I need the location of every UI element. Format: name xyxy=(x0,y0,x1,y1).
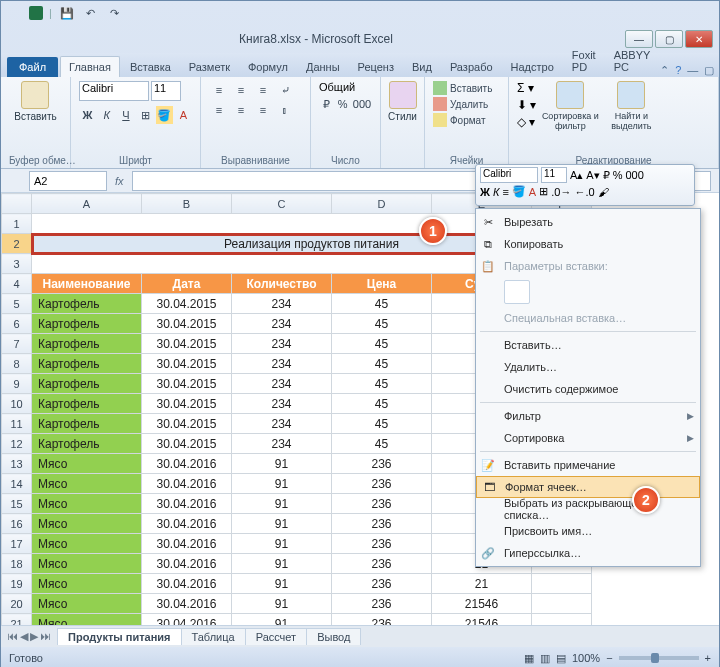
cell-qty[interactable]: 91 xyxy=(232,514,332,534)
ctx-pick-from-list[interactable]: Выбрать из раскрывающегося списка… xyxy=(476,498,700,520)
cell-price[interactable]: 236 xyxy=(332,594,432,614)
ribbon-minimize-icon[interactable]: ⌃ xyxy=(660,64,669,77)
cell-date[interactable]: 30.04.2015 xyxy=(142,394,232,414)
cell-qty[interactable]: 234 xyxy=(232,414,332,434)
cell-product[interactable]: Картофель xyxy=(32,374,142,394)
tab-abbyy[interactable]: ABBYY PC xyxy=(606,45,659,77)
cell-qty[interactable]: 91 xyxy=(232,454,332,474)
align-left-icon[interactable]: ≡ xyxy=(209,101,229,119)
cell-price[interactable]: 45 xyxy=(332,354,432,374)
styles-button[interactable]: Стили xyxy=(389,81,416,122)
cell-qty[interactable]: 234 xyxy=(232,374,332,394)
row-header[interactable]: 15 xyxy=(2,494,32,514)
tab-review[interactable]: Реценз xyxy=(350,57,402,77)
sheet-nav-next-icon[interactable]: ▶ xyxy=(30,630,38,643)
table-header-cell[interactable]: Количество xyxy=(232,274,332,294)
align-top-icon[interactable]: ≡ xyxy=(209,81,229,99)
font-size-combo[interactable]: 11 xyxy=(151,81,181,101)
mini-shrink-font-icon[interactable]: A▾ xyxy=(586,169,599,182)
align-center-icon[interactable]: ≡ xyxy=(231,101,251,119)
tab-insert[interactable]: Вставка xyxy=(122,57,179,77)
row-header[interactable]: 14 xyxy=(2,474,32,494)
cell-qty[interactable]: 234 xyxy=(232,334,332,354)
view-normal-icon[interactable]: ▦ xyxy=(524,652,534,665)
cell-qty[interactable]: 91 xyxy=(232,534,332,554)
mini-border-icon[interactable]: ⊞ xyxy=(539,185,548,198)
ctx-define-name[interactable]: Присвоить имя… xyxy=(476,520,700,542)
name-box[interactable]: A2 xyxy=(29,171,107,191)
align-bot-icon[interactable]: ≡ xyxy=(253,81,273,99)
cell-date[interactable]: 30.04.2015 xyxy=(142,354,232,374)
mini-align-icon[interactable]: ≡ xyxy=(502,186,508,198)
row-header[interactable]: 8 xyxy=(2,354,32,374)
find-select-button[interactable]: Найти и выделить xyxy=(604,81,658,131)
font-name-combo[interactable]: Calibri xyxy=(79,81,149,101)
doc-minimize-icon[interactable]: — xyxy=(687,64,698,77)
select-all-corner[interactable] xyxy=(2,194,32,214)
cell-qty[interactable]: 91 xyxy=(232,574,332,594)
cell-product[interactable]: Картофель xyxy=(32,314,142,334)
table-row[interactable]: 19Мясо30.04.20169123621 xyxy=(2,574,592,594)
autosum-icon[interactable]: Σ ▾ xyxy=(517,81,536,95)
cell-qty[interactable]: 91 xyxy=(232,554,332,574)
cell-qty[interactable]: 234 xyxy=(232,394,332,414)
cell-qty[interactable]: 234 xyxy=(232,434,332,454)
merge-button[interactable]: ⫾ xyxy=(275,101,295,119)
row-header[interactable]: 10 xyxy=(2,394,32,414)
cells-insert-button[interactable]: Вставить xyxy=(433,81,500,95)
cell-date[interactable]: 30.04.2015 xyxy=(142,294,232,314)
cell-product[interactable]: Картофель xyxy=(32,394,142,414)
cell-date[interactable]: 30.04.2015 xyxy=(142,374,232,394)
mini-bold-button[interactable]: Ж xyxy=(480,186,490,198)
sheet-tab[interactable]: Рассчет xyxy=(245,628,308,645)
cell-price[interactable]: 45 xyxy=(332,394,432,414)
sheet-nav-first-icon[interactable]: ⏮ xyxy=(7,630,18,643)
zoom-out-button[interactable]: − xyxy=(606,652,612,664)
cell-price[interactable]: 45 xyxy=(332,334,432,354)
font-color-button[interactable]: A xyxy=(175,106,192,124)
cell-qty[interactable]: 91 xyxy=(232,614,332,626)
fill-icon[interactable]: ⬇ ▾ xyxy=(517,98,536,112)
number-format-combo[interactable]: Общий xyxy=(319,81,379,93)
ctx-hyperlink[interactable]: 🔗Гиперссылка… xyxy=(476,542,700,564)
row-header[interactable]: 21 xyxy=(2,614,32,626)
row-header[interactable]: 5 xyxy=(2,294,32,314)
cell-product[interactable]: Мясо xyxy=(32,574,142,594)
cell-date[interactable]: 30.04.2016 xyxy=(142,514,232,534)
cell-sum[interactable]: 21546 xyxy=(432,594,532,614)
row-header[interactable]: 13 xyxy=(2,454,32,474)
row-header[interactable]: 4 xyxy=(2,274,32,294)
close-button[interactable]: ✕ xyxy=(685,30,713,48)
tab-home[interactable]: Главная xyxy=(60,56,120,77)
underline-button[interactable]: Ч xyxy=(117,106,134,124)
ctx-format-cells[interactable]: 🗔Формат ячеек… xyxy=(476,476,700,498)
cell-product[interactable]: Картофель xyxy=(32,414,142,434)
col-header[interactable]: D xyxy=(332,194,432,214)
cell-date[interactable]: 30.04.2016 xyxy=(142,494,232,514)
file-tab[interactable]: Файл xyxy=(7,57,58,77)
mini-fill-icon[interactable]: 🪣 xyxy=(512,185,526,198)
ctx-insert-comment[interactable]: 📝Вставить примечание xyxy=(476,454,700,476)
cells-delete-button[interactable]: Удалить xyxy=(433,97,500,111)
currency-icon[interactable]: ₽ xyxy=(319,95,334,113)
align-right-icon[interactable]: ≡ xyxy=(253,101,273,119)
cell-date[interactable]: 30.04.2016 xyxy=(142,574,232,594)
cell-price[interactable]: 236 xyxy=(332,454,432,474)
cell-product[interactable]: Картофель xyxy=(32,294,142,314)
view-layout-icon[interactable]: ▥ xyxy=(540,652,550,665)
col-header[interactable]: A xyxy=(32,194,142,214)
sheet-tab[interactable]: Вывод xyxy=(306,628,361,645)
cell-product[interactable]: Мясо xyxy=(32,594,142,614)
cell-product[interactable]: Мясо xyxy=(32,554,142,574)
cell-price[interactable]: 45 xyxy=(332,434,432,454)
align-mid-icon[interactable]: ≡ xyxy=(231,81,251,99)
row-header[interactable]: 7 xyxy=(2,334,32,354)
tab-foxit[interactable]: Foxit PD xyxy=(564,45,604,77)
cell-price[interactable]: 236 xyxy=(332,554,432,574)
cell-date[interactable]: 30.04.2016 xyxy=(142,454,232,474)
col-header[interactable]: B xyxy=(142,194,232,214)
mini-decimal-inc-icon[interactable]: .0→ xyxy=(551,186,571,198)
cell-date[interactable]: 30.04.2016 xyxy=(142,594,232,614)
mini-toolbar[interactable]: Calibri 11 A▴ A▾ ₽ % 000 Ж К ≡ 🪣 A ⊞ .0→… xyxy=(475,164,695,206)
cell-qty[interactable]: 234 xyxy=(232,314,332,334)
